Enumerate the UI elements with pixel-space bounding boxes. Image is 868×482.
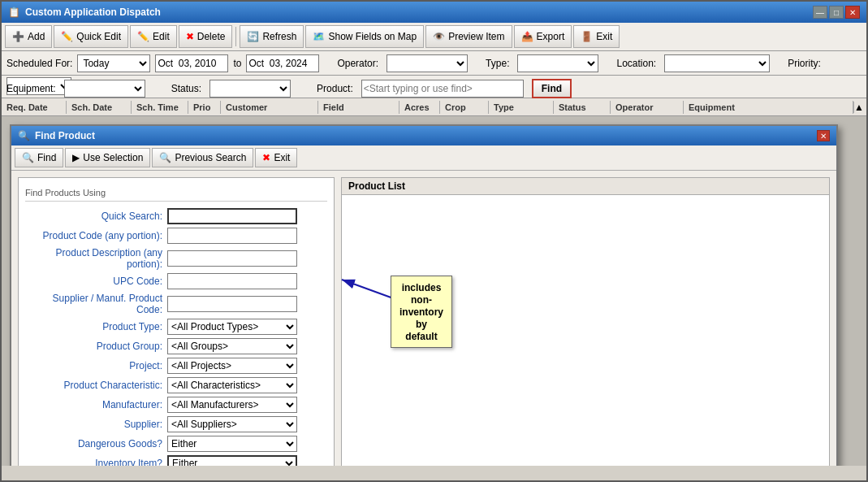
tooltip-box: includesnon-inventoryby default <box>391 276 452 348</box>
exit-button[interactable]: 🚪 Exit <box>573 25 620 48</box>
dialog-icon: 🔍 <box>18 130 30 141</box>
preview-button[interactable]: 👁️ Preview Item <box>425 25 512 48</box>
tooltip-text: includesnon-inventoryby default <box>399 282 443 342</box>
col-sch-time: Sch. Time <box>132 101 188 114</box>
col-equipment: Equipment <box>684 101 853 114</box>
product-desc-input[interactable] <box>167 250 297 267</box>
supplier-manuf-input[interactable] <box>167 296 297 312</box>
scheduled-for-label: Scheduled For: <box>6 58 72 69</box>
find-icon: 🔍 <box>22 152 34 163</box>
refresh-icon: 🔄 <box>247 31 259 42</box>
supplier-label: Supplier: <box>25 419 167 430</box>
product-group-row: Product Group: <All Groups> <box>25 338 327 354</box>
inventory-item-select[interactable]: Either Yes No <box>167 455 297 466</box>
edit-button[interactable]: ✏️ Edit <box>130 25 177 48</box>
operator-label: Operator: <box>337 58 378 69</box>
modal-overlay: 🔍 Find Product ✕ 🔍 Find ▶ Use Selection <box>2 116 866 466</box>
show-fields-button[interactable]: 🗺️ Show Fields on Map <box>305 25 424 48</box>
product-type-select[interactable]: <All Product Types> <box>167 319 297 335</box>
product-desc-row: Product Description (any portion): <box>25 247 327 270</box>
quick-search-input[interactable] <box>167 208 297 224</box>
app-icon: 📋 <box>8 7 20 18</box>
filter-row-2: Equipment: Status: Product: Find <box>2 76 866 98</box>
export-button[interactable]: 📤 Export <box>514 25 572 48</box>
priority-label: Priority: <box>788 58 821 69</box>
product-input[interactable] <box>361 80 524 98</box>
scheduled-for-select[interactable]: Today <box>77 54 150 72</box>
add-icon: ➕ <box>12 31 24 42</box>
find-product-dialog: 🔍 Find Product ✕ 🔍 Find ▶ Use Selection <box>10 124 838 466</box>
product-code-row: Product Code (any portion): <box>25 228 327 244</box>
project-row: Project: <All Projects> <box>25 358 327 374</box>
manufacturer-label: Manufacturer: <box>25 399 167 410</box>
status-label: Status: <box>171 83 201 94</box>
location-select[interactable] <box>664 54 770 72</box>
find-product-button[interactable]: Find <box>532 79 572 98</box>
product-group-select[interactable]: <All Groups> <box>167 338 297 354</box>
dangerous-goods-label: Dangerous Goods? <box>25 438 167 449</box>
title-bar: 📋 Custom Application Dispatch — □ ✕ <box>2 2 866 23</box>
upc-code-input[interactable] <box>167 273 297 289</box>
add-button[interactable]: ➕ Add <box>5 25 52 48</box>
map-icon: 🗺️ <box>313 31 325 42</box>
exit-icon: 🚪 <box>581 31 593 42</box>
quick-edit-icon: ✏️ <box>61 31 73 42</box>
close-button[interactable]: ✕ <box>845 6 860 19</box>
main-toolbar: ➕ Add ✏️ Quick Edit ✏️ Edit ✖ Delete 🔄 R… <box>2 23 866 51</box>
product-group-label: Product Group: <box>25 341 167 352</box>
use-selection-button[interactable]: ▶ Use Selection <box>65 148 150 167</box>
refresh-button[interactable]: 🔄 Refresh <box>240 25 304 48</box>
dangerous-goods-row: Dangerous Goods? Either Yes No <box>25 436 327 452</box>
product-type-label: Product Type: <box>25 321 167 332</box>
quick-edit-button[interactable]: ✏️ Quick Edit <box>54 25 128 48</box>
location-label: Location: <box>616 58 656 69</box>
dialog-toolbar: 🔍 Find ▶ Use Selection 🔍 Previous Search… <box>11 145 836 171</box>
use-selection-icon: ▶ <box>72 152 80 163</box>
preview-icon: 👁️ <box>433 31 445 42</box>
product-label: Product: <box>317 83 353 94</box>
previous-search-button[interactable]: 🔍 Previous Search <box>152 148 253 167</box>
dialog-close-button[interactable]: ✕ <box>817 130 830 141</box>
type-select[interactable] <box>517 54 598 72</box>
window-controls[interactable]: — □ ✕ <box>813 6 860 19</box>
delete-icon: ✖ <box>186 31 194 42</box>
prev-search-icon: 🔍 <box>159 152 171 163</box>
manufacturer-row: Manufacturer: <All Manufacturers> <box>25 397 327 413</box>
dangerous-goods-select[interactable]: Either Yes No <box>167 436 297 452</box>
product-char-row: Product Characteristic: <All Characteris… <box>25 377 327 393</box>
main-area: 🔍 Find Product ✕ 🔍 Find ▶ Use Selection <box>2 116 866 466</box>
col-crop: Crop <box>440 101 489 114</box>
product-list-header: Product List <box>342 178 829 195</box>
minimize-button[interactable]: — <box>813 6 827 19</box>
date-from-input[interactable] <box>155 54 228 72</box>
supplier-select[interactable]: <All Suppliers> <box>167 416 297 432</box>
col-status: Status <box>554 101 611 114</box>
type-label: Type: <box>486 58 509 69</box>
product-char-label: Product Characteristic: <box>25 380 167 391</box>
equipment-select[interactable] <box>64 80 145 98</box>
dialog-title: Find Product <box>35 130 95 141</box>
supplier-manuf-row: Supplier / Manuf. Product Code: <box>25 293 327 315</box>
inventory-item-row: Inventory Item? Either Yes No <box>25 455 327 466</box>
separator-1 <box>235 27 236 46</box>
product-desc-label: Product Description (any portion): <box>25 247 167 270</box>
col-acres: Acres <box>399 101 440 114</box>
delete-button[interactable]: ✖ Delete <box>179 25 233 48</box>
operator-select[interactable] <box>386 54 468 72</box>
product-code-input[interactable] <box>167 228 297 244</box>
col-operator: Operator <box>611 101 684 114</box>
dialog-exit-button[interactable]: ✖ Exit <box>255 148 297 167</box>
dialog-find-button[interactable]: 🔍 Find <box>15 148 63 167</box>
find-products-panel: Find Products Using Quick Search: Produc… <box>18 177 335 466</box>
product-char-select[interactable]: <All Characteristics> <box>167 377 297 393</box>
upc-code-row: UPC Code: <box>25 273 327 289</box>
edit-icon: ✏️ <box>137 31 149 42</box>
product-list-panel: Product List <box>341 177 830 466</box>
status-select[interactable] <box>209 80 291 98</box>
scroll-up[interactable]: ▲ <box>853 102 866 113</box>
date-to-input[interactable] <box>246 54 319 72</box>
project-select[interactable]: <All Projects> <box>167 358 297 374</box>
date-to-label: to <box>233 58 241 69</box>
maximize-button[interactable]: □ <box>829 6 844 19</box>
manufacturer-select[interactable]: <All Manufacturers> <box>167 397 297 413</box>
